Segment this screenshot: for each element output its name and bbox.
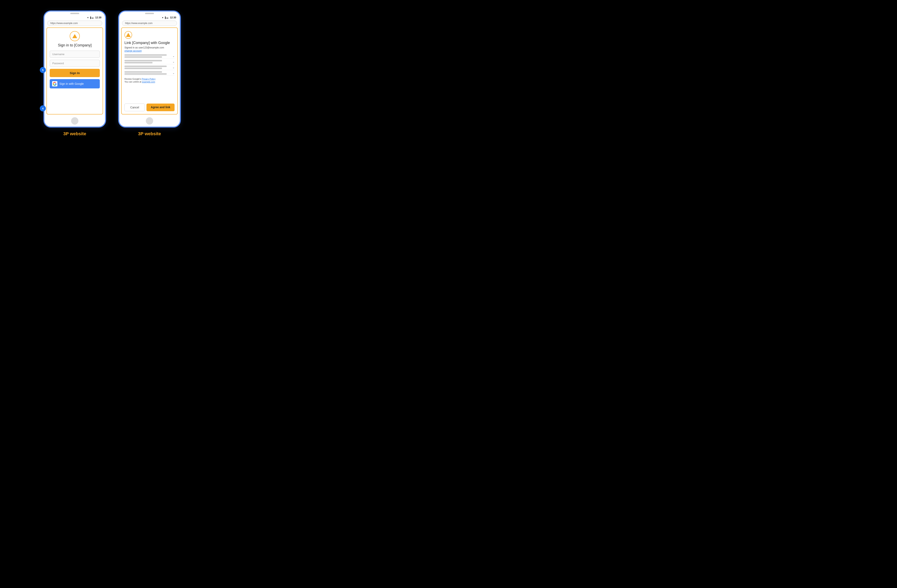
right-status-icons: ▼ ▐ ▬ xyxy=(162,17,168,19)
unlink-line: You can unlink at example.com xyxy=(124,81,175,83)
right-company-logo xyxy=(124,31,132,39)
perm-line xyxy=(124,60,162,61)
perm-line xyxy=(124,68,162,69)
perm-lines-1 xyxy=(124,54,171,58)
left-phone-bottom xyxy=(44,116,105,127)
agree-button[interactable]: Agree and link xyxy=(147,104,175,111)
badge-5: 5 xyxy=(40,67,46,73)
google-g-icon xyxy=(53,82,57,86)
main-container: ▼ ▐ ▬ 12:30 https://www.example.com Sign… xyxy=(4,11,220,136)
perm-lines-2 xyxy=(124,60,171,63)
permission-list: ⌄ ⌄ ⌄ xyxy=(124,54,175,76)
right-phone-bottom xyxy=(119,116,180,127)
google-sign-in-button[interactable]: Sign in with Google xyxy=(50,79,100,89)
password-input[interactable]: Password xyxy=(50,60,100,67)
perm-line xyxy=(124,57,162,58)
username-input[interactable]: Username xyxy=(50,51,100,58)
chevron-icon-2[interactable]: ⌄ xyxy=(173,60,175,63)
left-phone: ▼ ▐ ▬ 12:30 https://www.example.com Sign… xyxy=(43,11,106,128)
perm-line xyxy=(124,73,167,75)
left-status-icons: ▼ ▐ ▬ xyxy=(87,17,93,19)
sign-in-title: Sign in to [Company] xyxy=(50,43,100,47)
change-account-link[interactable]: change account xyxy=(124,49,175,52)
right-phone-content: Link [Company] with Google Signed in as … xyxy=(121,27,178,115)
right-phone-label: 3P website xyxy=(138,131,161,136)
privacy-line: Review Google's Privacy Policy xyxy=(124,78,175,80)
privacy-policy-link[interactable]: Privacy Policy xyxy=(142,78,155,80)
left-logo-triangle xyxy=(72,34,77,38)
left-company-logo xyxy=(70,31,80,41)
right-phone-top-bar xyxy=(119,12,180,14)
perm-lines-4 xyxy=(124,71,171,75)
right-battery-icon: ▬ xyxy=(166,17,168,19)
wifi-icon: ▼ xyxy=(87,17,89,19)
google-icon-box xyxy=(52,81,57,86)
perm-line xyxy=(124,54,167,56)
left-address-bar: https://www.example.com xyxy=(47,21,102,26)
permission-item-4: ⌄ xyxy=(124,71,175,76)
left-phone-content: Sign in to [Company] Username Password S… xyxy=(46,27,103,115)
left-phone-section: ▼ ▐ ▬ 12:30 https://www.example.com Sign… xyxy=(43,11,106,136)
perm-line xyxy=(124,66,167,67)
left-phone-label: 3P website xyxy=(63,131,86,136)
chevron-icon-4[interactable]: ⌄ xyxy=(173,72,175,75)
left-phone-top-bar xyxy=(44,12,105,14)
right-phone: ▼ ▐ ▬ 12:30 https://www.example.com Link… xyxy=(118,11,181,128)
permission-item-1: ⌄ xyxy=(124,54,175,59)
left-phone-pill xyxy=(70,13,79,14)
chevron-icon-3[interactable]: ⌄ xyxy=(173,66,175,69)
google-sign-in-label: Sign in with Google xyxy=(60,82,84,86)
right-logo-triangle xyxy=(126,33,131,37)
unlink-link[interactable]: example.com xyxy=(142,81,155,83)
right-wifi-icon: ▼ xyxy=(162,17,164,19)
permission-item-2: ⌄ xyxy=(124,60,175,64)
right-home-button[interactable] xyxy=(146,117,153,125)
signal-icon: ▐ xyxy=(89,17,91,19)
left-status-bar: ▼ ▐ ▬ 12:30 xyxy=(44,14,105,19)
link-title: Link [Company] with Google xyxy=(124,41,175,45)
left-home-button[interactable] xyxy=(71,117,78,125)
right-status-time: 12:30 xyxy=(170,16,176,19)
right-phone-section: ▼ ▐ ▬ 12:30 https://www.example.com Link… xyxy=(118,11,181,136)
action-buttons: Cancel Agree and link xyxy=(124,104,175,111)
right-status-bar: ▼ ▐ ▬ 12:30 xyxy=(119,14,180,19)
battery-icon: ▬ xyxy=(92,17,93,19)
perm-line xyxy=(124,62,153,63)
signed-in-as: Signed in as user123@example.com xyxy=(124,46,175,49)
perm-lines-3 xyxy=(124,66,171,69)
perm-line xyxy=(124,71,162,73)
sign-in-button[interactable]: Sign In xyxy=(50,69,100,77)
right-signal-icon: ▐ xyxy=(164,17,166,19)
badge-4: 4 xyxy=(40,105,46,111)
cancel-button[interactable]: Cancel xyxy=(124,104,145,111)
chevron-icon-1[interactable]: ⌄ xyxy=(173,55,175,58)
left-status-time: 12:30 xyxy=(95,16,101,19)
right-phone-pill xyxy=(145,13,154,14)
permission-item-3: ⌄ xyxy=(124,66,175,70)
right-address-bar: https://www.example.com xyxy=(122,21,177,26)
